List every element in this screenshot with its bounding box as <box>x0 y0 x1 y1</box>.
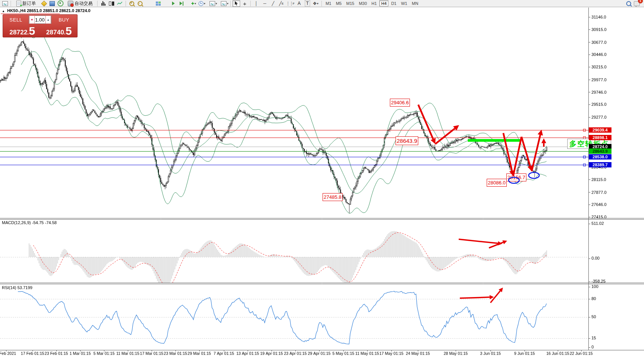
price-annotation-box[interactable]: 27485.8 <box>323 193 343 201</box>
profiles-icon[interactable]: ▾ <box>209 0 217 7</box>
price-annotation-box[interactable]: 28086.0 <box>487 179 507 187</box>
cursor-tool[interactable] <box>233 0 240 7</box>
tab-h1[interactable]: H1 <box>369 0 379 6</box>
price-badge: 28643.9 <box>589 149 611 154</box>
channel-letter: E <box>282 2 284 5</box>
toolbar-separator <box>250 1 251 6</box>
toolbar-separator <box>97 1 98 6</box>
tile-windows-icon[interactable] <box>154 0 162 7</box>
horizontal-line-tool[interactable]: ─ <box>261 0 268 7</box>
toolbar-separator <box>11 1 11 6</box>
volume-input[interactable]: 1.00 <box>35 17 45 23</box>
text-label-tool[interactable]: T <box>304 0 311 7</box>
templates-icon[interactable]: ▾ <box>221 0 228 7</box>
search-icon[interactable] <box>625 0 632 7</box>
title-underline <box>1 14 60 14</box>
data-window-icon[interactable] <box>48 0 56 7</box>
price-badge: 28898.1 <box>589 135 611 140</box>
candlestick-chart-icon[interactable] <box>108 0 115 7</box>
new-order-label: 新订单 <box>22 0 36 7</box>
tab-w1[interactable]: W1 <box>399 0 409 6</box>
chat-icon[interactable]: 1 <box>633 0 641 7</box>
indicators-icon[interactable]: +▾ <box>190 0 197 7</box>
vertical-line-tool[interactable]: │ <box>253 0 260 7</box>
macd-label: MACD(12,26,9) -54.75 -74.58 <box>2 220 57 225</box>
trendline-tool[interactable]: ╱ <box>269 0 277 7</box>
price-annotation-box[interactable]: 29406.6 <box>390 99 410 107</box>
chevron-down-icon: ▾ <box>317 2 318 5</box>
volume-up-button[interactable]: ▲ <box>45 15 51 24</box>
line-chart-icon[interactable] <box>116 0 124 7</box>
arrows-icon: ✥ <box>313 1 317 6</box>
text-letter: A <box>298 1 301 6</box>
fibonacci-tool[interactable]: ⋮⋮F <box>286 0 295 7</box>
toolbar-separator <box>230 1 231 6</box>
channel-lines-icon: ╱ <box>279 1 282 6</box>
tab-m5[interactable]: M5 <box>334 0 343 6</box>
buy-price-pips: 5 <box>65 26 72 36</box>
tab-m30[interactable]: M30 <box>357 0 369 6</box>
buy-price-main: 28740 <box>46 29 64 36</box>
periods-icon[interactable]: ▾ <box>198 0 206 7</box>
top-toolbar: + 新订单 自动交易 + - +▾ ▾ ▾ ▾ + │ ─ ╱ ╱E ⋮⋮F A <box>0 0 644 7</box>
ohlc-values: 28651.0 28851.0 28621.0 28724.0 <box>27 8 90 13</box>
equidistant-channel-tool[interactable]: ╱E <box>278 0 285 7</box>
symbol-period-label: HK50-,H4 <box>7 8 26 13</box>
price-badge: 28389.7 <box>589 162 611 167</box>
toolbar-separator <box>126 1 126 6</box>
volume-stepper: ▼ 1.00 ▲ <box>29 15 51 24</box>
chevron-down-icon: ▾ <box>195 2 196 5</box>
notification-badge: 1 <box>638 0 643 3</box>
signals-icon[interactable] <box>57 0 64 7</box>
price-annotation-box[interactable]: 28643.9 <box>396 136 418 145</box>
chart-shift-icon[interactable] <box>178 0 185 7</box>
crosshair-tool[interactable]: + <box>241 0 248 7</box>
new-order-button[interactable]: + 新订单 <box>13 0 39 7</box>
tab-m1[interactable]: M1 <box>324 0 333 6</box>
chart-title: ▲ HK50-,H4 28651.0 28851.0 28621.0 28724… <box>2 8 90 13</box>
buy-button[interactable]: BUY <box>51 15 76 25</box>
sell-price-pips: 5 <box>29 26 35 36</box>
tab-m15[interactable]: M15 <box>344 0 356 6</box>
chevron-down-icon: ▾ <box>216 2 217 5</box>
sell-price-main: 28722 <box>9 29 27 36</box>
buy-price[interactable]: 28740.5 <box>42 25 76 37</box>
price-badge: 28538.0 <box>589 154 611 159</box>
mt4-window: 29406.628643.927485.828086.028156.7 + 新订… <box>0 0 644 356</box>
bar-chart-icon[interactable] <box>99 0 107 7</box>
fibo-letter: F <box>293 2 295 5</box>
tab-d1[interactable]: D1 <box>389 0 398 6</box>
price-annotation-box[interactable]: 28156.7 <box>506 173 526 181</box>
sell-button[interactable]: SELL <box>3 15 29 25</box>
rsi-label: RSI(14) 53.7199 <box>2 285 33 290</box>
zoom-out-icon[interactable]: - <box>136 0 144 7</box>
metaeditor-icon[interactable] <box>40 0 48 7</box>
chevron-down-icon: ▾ <box>227 2 228 5</box>
one-click-trading-panel: SELL ▼ 1.00 ▲ BUY 28722.5 28740.5 <box>3 14 78 37</box>
tab-mn[interactable]: MN <box>410 0 420 6</box>
toolbar-separator <box>321 1 322 6</box>
volume-down-button[interactable]: ▼ <box>29 15 35 24</box>
autotrading-button[interactable]: 自动交易 <box>65 0 95 7</box>
market-watch-icon[interactable] <box>1 0 9 7</box>
chart-canvas[interactable] <box>0 0 644 356</box>
text-tool[interactable]: A <box>295 0 303 7</box>
auto-scroll-icon[interactable] <box>169 0 177 7</box>
collapse-triangle-icon[interactable]: ▲ <box>2 9 5 13</box>
sell-price[interactable]: 28722.5 <box>3 25 42 37</box>
autotrading-label: 自动交易 <box>74 0 93 7</box>
autotrading-icon <box>68 1 73 6</box>
new-order-icon: + <box>16 1 21 6</box>
arrows-tool[interactable]: ✥▾ <box>312 0 320 7</box>
zoom-in-icon[interactable]: + <box>128 0 135 7</box>
chevron-down-icon: ▾ <box>204 2 205 5</box>
price-badge: 29039.4 <box>589 127 611 133</box>
tab-h4[interactable]: H4 <box>379 0 388 6</box>
label-letter: T <box>305 0 310 6</box>
